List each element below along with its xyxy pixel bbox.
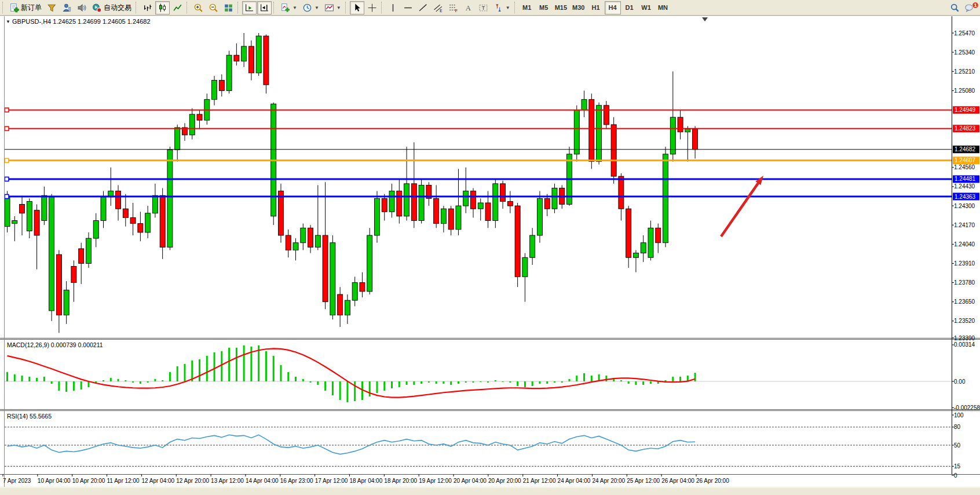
vertical-line-button[interactable] [386, 1, 400, 14]
chart-canvas[interactable]: 1.254701.253401.252101.250801.245601.244… [0, 0, 980, 495]
timeframe-button-m15[interactable]: M15 [553, 1, 569, 14]
bear-candle [626, 209, 631, 257]
periods-button[interactable]: ▼ [300, 1, 321, 14]
auto-scroll-button[interactable] [242, 1, 257, 14]
macd-histogram-bar [295, 377, 297, 381]
zoom-in-button[interactable] [191, 1, 206, 14]
timeframe-button-m5[interactable]: M5 [536, 1, 552, 14]
price-tick-label: 1.23780 [954, 279, 975, 286]
bull-candle [64, 290, 69, 315]
bull-candle [49, 197, 54, 311]
bear-candle [286, 235, 291, 250]
arrows-button[interactable]: ▼ [491, 1, 513, 14]
price-tick-label: 1.24040 [954, 241, 975, 248]
bear-candle [130, 217, 136, 223]
indicators-button[interactable]: ▼ [278, 1, 299, 14]
crosshair-button[interactable] [365, 1, 379, 14]
line-chart-button[interactable] [170, 1, 185, 14]
bar-chart-icon [142, 3, 152, 13]
horizontal-line-button[interactable] [401, 1, 415, 14]
templates-button[interactable]: ▼ [322, 1, 343, 14]
timeframe-group: M1M5M15M30H1H4D1W1MN [519, 1, 671, 14]
time-tick-label: 17 Apr 12:00 [315, 478, 348, 484]
candlestick-chart-button[interactable] [155, 1, 170, 14]
bull-candle [685, 129, 690, 132]
fibonacci-button[interactable]: F [446, 1, 460, 14]
bar-chart-button[interactable] [140, 1, 155, 14]
time-tick-label: 24 Apr 04:00 [558, 478, 591, 484]
tile-windows-icon [224, 3, 233, 13]
toolbar-separator [237, 2, 240, 13]
timeframe-button-m1[interactable]: M1 [519, 1, 535, 14]
timeframe-button-h4[interactable]: H4 [605, 1, 621, 14]
zoom-out-icon [209, 3, 218, 13]
time-tick-label: 21 Apr 12:00 [523, 478, 556, 484]
tile-windows-button[interactable] [221, 1, 236, 14]
macd-histogram-bar [679, 377, 681, 381]
macd-histogram-bar [162, 380, 163, 381]
macd-histogram-bar [376, 381, 378, 393]
bull-candle [648, 228, 653, 257]
equidistant-channel-icon: E [433, 3, 443, 13]
bull-candle [293, 243, 298, 250]
bear-candle [116, 191, 121, 209]
price-tick-label: 1.23650 [954, 299, 975, 305]
sounds-button[interactable] [75, 1, 89, 14]
macd-histogram-bar [317, 381, 319, 385]
timeframe-button-d1[interactable]: D1 [621, 1, 638, 14]
text-label-button[interactable]: T [476, 1, 491, 14]
speaker-icon [77, 3, 87, 13]
price-tick-label: 1.25080 [954, 88, 975, 94]
chart-shift-button[interactable] [257, 1, 272, 14]
price-line-label: 1.24481 [955, 176, 976, 182]
bear-candle [507, 201, 513, 206]
macd-histogram-bar [65, 381, 67, 392]
timeframe-button-h1[interactable]: H1 [588, 1, 604, 14]
channel-button[interactable]: E [431, 1, 445, 14]
rsi-tick-label: 100 [954, 412, 964, 418]
bull-candle [12, 221, 17, 224]
dropdown-arrow-icon: ▼ [292, 5, 297, 10]
trendline-button[interactable] [416, 1, 430, 14]
macd-histogram-bar [398, 381, 400, 387]
bull-candle [597, 105, 602, 162]
search-button[interactable] [948, 1, 962, 14]
macd-histogram-bar [154, 379, 156, 381]
bull-candle [537, 198, 542, 235]
autotrading-button[interactable]: 自动交易 [90, 1, 134, 14]
text-button[interactable]: A [461, 1, 476, 14]
macd-histogram-bar [103, 380, 104, 381]
new-order-button[interactable]: 新订单 [7, 1, 44, 14]
line-anchor-marker[interactable] [5, 126, 9, 130]
bull-candle [145, 213, 151, 232]
cursor-button[interactable] [350, 1, 364, 14]
bull-candle [315, 235, 320, 247]
bull-candle [175, 128, 180, 150]
dropdown-arrow-icon: ▼ [337, 5, 341, 10]
timeframe-button-w1[interactable]: W1 [638, 1, 654, 14]
text-label-icon: T [478, 3, 488, 13]
macd-histogram-bar [287, 372, 289, 381]
fibonacci-icon: F [448, 3, 458, 13]
bull-candle [522, 257, 528, 276]
price-tick-label: 1.23390 [954, 335, 975, 341]
macd-histogram-bar [110, 378, 112, 381]
macd-histogram-bar [132, 381, 134, 383]
timeframe-button-mn[interactable]: MN [655, 1, 671, 14]
community-button[interactable] [60, 1, 74, 14]
line-anchor-marker[interactable] [5, 195, 9, 199]
toolbar-drag-handle[interactable] [2, 2, 5, 13]
bull-candle [552, 188, 557, 209]
candlestick-chart-icon [158, 3, 167, 13]
time-tick-label: 26 Apr 04:00 [661, 478, 694, 484]
line-anchor-marker[interactable] [5, 177, 9, 181]
line-anchor-marker[interactable] [5, 108, 9, 112]
crosshair-icon [367, 3, 377, 13]
macd-histogram-bar [576, 376, 577, 381]
timeframe-button-m30[interactable]: M30 [570, 1, 587, 14]
metaeditor-button[interactable] [45, 1, 59, 14]
macd-histogram-bar [569, 379, 571, 381]
bear-candle [20, 205, 25, 213]
line-anchor-marker[interactable] [5, 158, 9, 162]
zoom-out-button[interactable] [206, 1, 221, 14]
